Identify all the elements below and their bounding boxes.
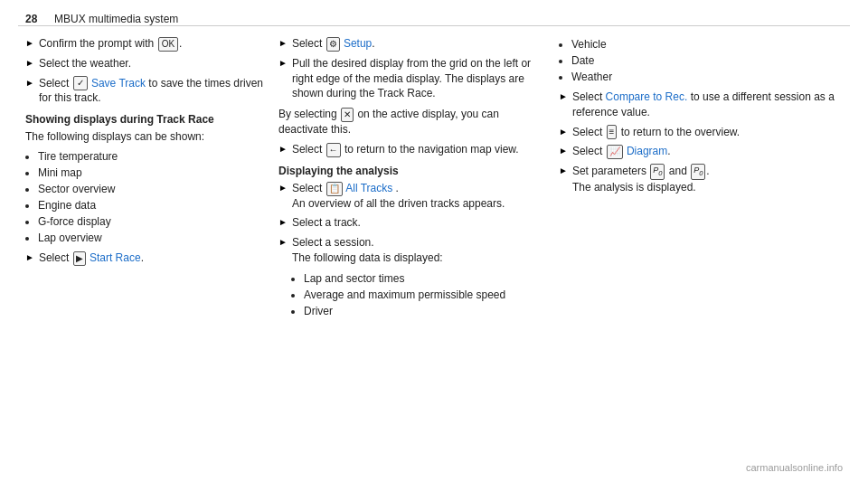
diagram-icon: 📈 [607, 145, 623, 159]
arrow-icon: ► [278, 216, 288, 229]
item-text: Confirm the prompt with OK. [39, 36, 183, 52]
checkmark-icon: ✓ [73, 76, 88, 90]
list-item: ► Select ▶ Start Race. [25, 250, 264, 266]
list-item: Lap overview [38, 230, 264, 246]
arrow-icon: ► [278, 143, 288, 156]
arrow-icon: ► [559, 126, 568, 138]
page-container: 28 MBUX multimedia system ► Confirm the … [0, 0, 868, 482]
session-data-list: Lap and sector times Average and maximum… [304, 270, 544, 319]
gear-icon: ⚙ [326, 37, 340, 52]
item-text: Select 📈 Diagram. [572, 144, 671, 159]
item-text: Set parameters P0 and P0. The analysis i… [572, 164, 710, 194]
list-item: ► Select 📋 All Tracks . An overview of a… [278, 181, 544, 212]
arrow-icon: ► [25, 37, 34, 50]
x-icon: ✕ [341, 108, 354, 122]
item-text: Pull the desired display from the grid o… [292, 56, 544, 101]
list-item: Date [571, 52, 843, 69]
arrow-icon: ► [559, 165, 568, 177]
arrow-icon: ► [278, 37, 288, 50]
watermark: carmanualsonline.info [746, 462, 843, 473]
start-race-icon: ▶ [73, 251, 86, 266]
arrow-icon: ► [559, 145, 568, 157]
list-item: ► Select ≡ to return to the overview. [559, 125, 843, 140]
displays-list: Tire temperature Mini map Sector overvie… [38, 148, 264, 246]
list-item: Driver [304, 303, 544, 319]
page-number: 28 [25, 13, 37, 25]
arrow-icon: ► [25, 77, 34, 90]
list-item: ► Select 📈 Diagram. [559, 144, 843, 159]
item-text: Select the weather. [39, 56, 131, 71]
item-text: Select ▶ Start Race. [39, 250, 144, 266]
list-item: Sector overview [38, 181, 264, 197]
item-text: Select ✓ Save Track to save the times dr… [39, 76, 264, 107]
page-title: MBUX multimedia system [54, 13, 178, 25]
list-item: ► Confirm the prompt with OK. [25, 36, 264, 52]
col-right: Vehicle Date Weather ► Select Compare to… [559, 36, 843, 446]
col-middle: ► Select ⚙ Setup. ► Pull the desired dis… [278, 36, 559, 446]
content-area: ► Confirm the prompt with OK. ► Select t… [25, 36, 843, 446]
list-item: ► Select ← to return to the navigation m… [278, 142, 544, 157]
all-tracks-link: All Tracks [345, 182, 392, 194]
arrow-icon: ► [278, 182, 288, 194]
diagram-link: Diagram [627, 145, 667, 157]
arrow-icon: ► [25, 251, 34, 264]
deactivate-text: By selecting ✕ on the active display, yo… [278, 107, 544, 137]
tracks-icon: 📋 [326, 182, 343, 196]
section-heading-track-race: Showing displays during Track Race [25, 113, 264, 126]
list-item: Tire temperature [38, 148, 264, 165]
right-bullets: Vehicle Date Weather [571, 36, 843, 85]
compare-to-rec-link: Compare to Rec. [606, 90, 688, 103]
save-track-link: Save Track [91, 77, 146, 90]
overview-icon: ≡ [607, 125, 618, 139]
ok-icon: OK [158, 37, 178, 52]
list-item: ► Select Compare to Rec. to use a differ… [559, 90, 843, 120]
item-text: Select 📋 All Tracks . An overview of all… [292, 181, 505, 212]
list-item: ► Select a session. The following data i… [278, 235, 544, 266]
item-text: Select Compare to Rec. to use a differen… [572, 90, 843, 120]
list-item: ► Select ⚙ Setup. [278, 36, 544, 52]
list-item: Weather [571, 69, 843, 85]
list-item: ► Select the weather. [25, 56, 264, 71]
list-item: ► Pull the desired display from the grid… [278, 56, 544, 101]
nav-back-icon: ← [326, 143, 341, 157]
arrow-icon: ► [278, 57, 288, 70]
item-text: Select ≡ to return to the overview. [572, 125, 740, 140]
item-text: Select a session. The following data is … [292, 235, 443, 266]
list-item: ► Select ✓ Save Track to save the times … [25, 76, 264, 107]
list-item: G-force display [38, 213, 264, 230]
setup-link: Setup [344, 37, 372, 50]
body-text: The following displays can be shown: [25, 129, 264, 145]
item-text: Select ⚙ Setup. [292, 36, 375, 52]
start-race-link: Start Race [90, 251, 141, 264]
list-item: Engine data [38, 197, 264, 213]
param2-icon: P0 [691, 164, 705, 179]
col-left: ► Confirm the prompt with OK. ► Select t… [25, 36, 278, 446]
arrow-icon: ► [25, 57, 34, 70]
list-item: Average and maximum permissible speed [304, 287, 544, 303]
list-item: ► Select a track. [278, 215, 544, 231]
param1-icon: P0 [650, 164, 665, 179]
list-item: Mini map [38, 165, 264, 181]
list-item: Lap and sector times [304, 270, 544, 287]
arrow-icon: ► [278, 236, 288, 249]
item-text: Select a track. [292, 215, 361, 231]
header-rule [18, 25, 850, 26]
item-text: Select ← to return to the navigation map… [292, 142, 519, 157]
arrow-icon: ► [559, 90, 568, 103]
list-item: ► Set parameters P0 and P0. The analysis… [559, 164, 843, 194]
section-heading-analysis: Displaying the analysis [278, 165, 544, 177]
list-item: Vehicle [571, 36, 843, 52]
